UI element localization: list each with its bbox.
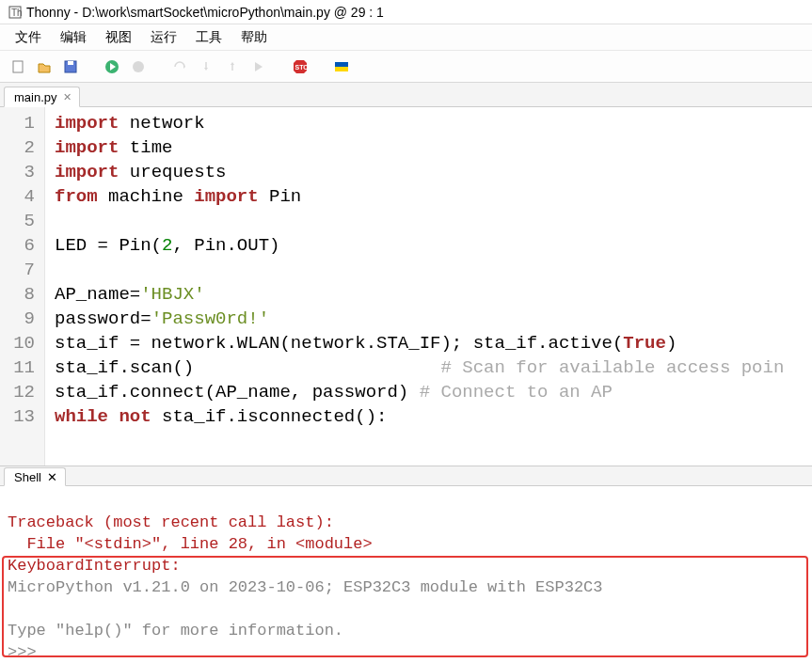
shell-panel: Shell ✕ Traceback (most recent call last…: [0, 466, 812, 663]
svg-rect-14: [335, 62, 348, 67]
code-line[interactable]: password='Passw0rd!': [55, 307, 812, 331]
line-number: 5: [4, 209, 35, 233]
menu-file[interactable]: 文件: [6, 25, 51, 50]
toolbar: STOP: [0, 51, 812, 83]
shell-tab-label: Shell: [14, 470, 41, 484]
traceback-line: Traceback (most recent call last):: [8, 513, 334, 531]
menu-tools[interactable]: 工具: [186, 25, 231, 50]
new-file-button[interactable]: [8, 56, 28, 77]
line-number: 11: [4, 355, 35, 380]
line-number: 1: [4, 111, 35, 135]
editor-tab-label: main.py: [14, 90, 57, 104]
run-button[interactable]: [102, 56, 122, 77]
step-over-button[interactable]: [169, 56, 190, 77]
close-shell-icon[interactable]: ✕: [47, 470, 57, 484]
menubar: 文件 编辑 视图 运行 工具 帮助: [0, 24, 812, 51]
code-line[interactable]: [55, 209, 812, 233]
step-out-button[interactable]: [222, 56, 243, 77]
line-number: 4: [4, 184, 35, 209]
svg-point-7: [133, 61, 144, 72]
shell-tabbar: Shell ✕: [0, 466, 812, 486]
svg-marker-11: [255, 62, 263, 71]
editor-area: main.py ✕ 12345678910111213 import netwo…: [0, 83, 812, 466]
editor-tabbar: main.py ✕: [0, 83, 812, 107]
line-number: 2: [4, 135, 35, 160]
menu-help[interactable]: 帮助: [231, 25, 277, 50]
line-number: 9: [4, 307, 35, 331]
close-tab-icon[interactable]: ✕: [63, 91, 72, 103]
save-button[interactable]: [60, 56, 81, 77]
svg-marker-10: [231, 62, 234, 65]
svg-rect-2: [13, 61, 23, 72]
shell-banner-1: MicroPython v1.21.0 on 2023-10-06; ESP32…: [8, 578, 603, 596]
shell-tab[interactable]: Shell ✕: [4, 467, 66, 486]
shell-banner-2: Type "help()" for more information.: [8, 622, 343, 639]
svg-marker-9: [204, 68, 208, 71]
menu-edit[interactable]: 编辑: [51, 25, 96, 50]
svg-text:STOP: STOP: [295, 64, 310, 71]
code-line[interactable]: from machine import Pin: [55, 184, 812, 209]
code-line[interactable]: import time: [55, 135, 812, 160]
shell-output[interactable]: Traceback (most recent call last): File …: [0, 486, 812, 663]
shell-prompt: >>>: [8, 643, 46, 661]
code-line[interactable]: import urequests: [55, 160, 812, 184]
resume-button[interactable]: [248, 56, 269, 77]
code-line[interactable]: LED = Pin(2, Pin.OUT): [55, 233, 812, 258]
code-line[interactable]: AP_name='HBJX': [55, 282, 812, 307]
code-editor[interactable]: 12345678910111213 import networkimport t…: [0, 107, 812, 466]
line-number: 10: [4, 331, 35, 355]
svg-text:Th: Th: [11, 8, 23, 18]
open-file-button[interactable]: [34, 56, 55, 77]
menu-view[interactable]: 视图: [96, 25, 141, 50]
code-line[interactable]: [55, 258, 812, 282]
titlebar: Th Thonny - D:\work\smartSocket\microPyt…: [0, 0, 812, 24]
line-number: 6: [4, 233, 35, 258]
line-number: 13: [4, 404, 35, 429]
debug-button[interactable]: [128, 56, 149, 77]
svg-rect-4: [68, 61, 73, 65]
code-line[interactable]: sta_if.scan() # Scan for available acces…: [55, 355, 812, 380]
window-title: Thonny - D:\work\smartSocket\microPython…: [26, 5, 384, 20]
app-icon: Th: [8, 5, 23, 20]
editor-tab-main[interactable]: main.py ✕: [4, 87, 80, 107]
line-number: 7: [4, 258, 35, 282]
code-line[interactable]: sta_if.connect(AP_name, password) # Conn…: [55, 380, 812, 404]
line-number: 8: [4, 282, 35, 307]
line-number: 3: [4, 160, 35, 184]
menu-run[interactable]: 运行: [141, 25, 186, 50]
traceback-file: File "<stdin>", line 28, in <module>: [8, 535, 373, 553]
code-line[interactable]: while not sta_if.isconnected():: [55, 404, 812, 429]
ukraine-flag-button[interactable]: [331, 56, 352, 77]
code-line[interactable]: import network: [55, 111, 812, 135]
code-line[interactable]: sta_if = network.WLAN(network.STA_IF); s…: [55, 331, 812, 355]
step-into-button[interactable]: [196, 56, 216, 77]
line-gutter: 12345678910111213: [0, 107, 45, 466]
svg-rect-15: [335, 67, 348, 71]
line-number: 12: [4, 380, 35, 404]
stop-button[interactable]: STOP: [290, 56, 310, 77]
keyboard-interrupt: KeyboardInterrupt:: [8, 557, 190, 575]
code-content[interactable]: import networkimport timeimport urequest…: [45, 107, 812, 466]
